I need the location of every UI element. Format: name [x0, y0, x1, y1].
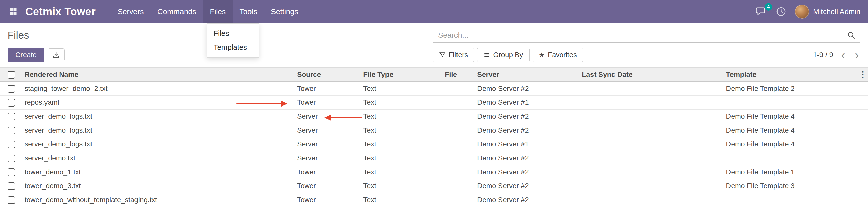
column-file[interactable]: File — [442, 67, 474, 82]
cell-file — [442, 82, 474, 96]
cell-server: Demo Server #1 — [474, 96, 579, 110]
menu-item-commands[interactable]: Commands — [151, 0, 203, 23]
cell-template: Demo File Template 2 — [723, 82, 858, 96]
row-checkbox[interactable] — [8, 196, 15, 204]
cell-file — [442, 193, 474, 207]
chevron-right-icon[interactable]: › — [853, 49, 860, 61]
cell-options — [858, 179, 868, 193]
magnifier-icon[interactable] — [847, 31, 856, 40]
apps-grid-icon — [9, 7, 18, 16]
cell-options — [858, 193, 868, 207]
cell-server: Demo Server #2 — [474, 110, 579, 123]
cell-last-sync-date — [579, 123, 723, 138]
cell-file-type: Text — [360, 151, 442, 165]
cell-file-type: Text — [360, 193, 442, 207]
row-checkbox-cell — [0, 110, 22, 123]
row-checkbox[interactable] — [8, 113, 15, 120]
cell-last-sync-date — [579, 96, 723, 110]
filters-button[interactable]: Filters — [433, 48, 474, 62]
dropdown-item-templates[interactable]: Templates — [207, 40, 258, 54]
cell-server: Demo Server #2 — [474, 179, 579, 193]
chevron-left-icon[interactable]: ‹ — [840, 49, 847, 61]
user-avatar — [795, 5, 809, 19]
cell-file-type: Text — [360, 110, 442, 123]
group-by-button[interactable]: Group By — [477, 48, 529, 62]
activity-button[interactable] — [776, 6, 786, 17]
cell-source: Server — [294, 110, 360, 123]
cell-file — [442, 179, 474, 193]
row-checkbox[interactable] — [8, 141, 15, 148]
cell-rendered-name: tower_demo_without_template_staging.txt — [22, 193, 294, 207]
favorites-button[interactable]: ★ Favorites — [533, 48, 583, 62]
files-dropdown-menu: Files Templates — [207, 23, 259, 58]
cell-rendered-name: repos.yaml — [22, 96, 294, 110]
row-checkbox-cell — [0, 151, 22, 165]
column-server[interactable]: Server — [474, 67, 579, 82]
row-checkbox[interactable] — [8, 182, 15, 190]
cell-last-sync-date — [579, 165, 723, 179]
cell-source: Tower — [294, 96, 360, 110]
menu-item-tools[interactable]: Tools — [232, 0, 264, 23]
cell-rendered-name: server_demo_logs.txt — [22, 110, 294, 123]
table-row[interactable]: server_demo_logs.txt Server Text Demo Se… — [0, 123, 868, 138]
group-by-label: Group By — [493, 51, 523, 59]
column-last-sync-date[interactable]: Last Sync Date — [579, 67, 723, 82]
table-row[interactable]: tower_demo_3.txt Tower Text Demo Server … — [0, 179, 868, 193]
cell-last-sync-date — [579, 179, 723, 193]
create-button[interactable]: Create — [8, 48, 44, 62]
user-menu[interactable]: Mitchell Admin — [795, 5, 860, 19]
cell-template: Demo File Template 4 — [723, 123, 858, 138]
column-rendered-name[interactable]: Rendered Name — [22, 67, 294, 82]
messages-button[interactable]: 4 — [756, 7, 767, 17]
cell-source: Tower — [294, 179, 360, 193]
cell-file-type: Text — [360, 179, 442, 193]
export-button[interactable] — [48, 48, 65, 61]
user-name: Mitchell Admin — [813, 8, 860, 16]
search-input[interactable] — [433, 28, 860, 42]
download-tray-icon — [52, 51, 60, 59]
row-checkbox[interactable] — [8, 127, 15, 134]
table-row[interactable]: staging_tower_demo_2.txt Tower Text Demo… — [0, 82, 868, 96]
column-template[interactable]: Template — [723, 67, 858, 82]
row-checkbox[interactable] — [8, 85, 15, 93]
menu-item-servers[interactable]: Servers — [111, 0, 150, 23]
app-title: Cetmix Tower — [25, 6, 96, 18]
kebab-vertical-icon[interactable]: ⋮ — [859, 69, 867, 79]
table-row[interactable]: server_demo.txt Server Text Demo Server … — [0, 151, 868, 165]
favorites-label: Favorites — [548, 51, 577, 59]
table-row[interactable]: repos.yaml Tower Text Demo Server #1 — [0, 96, 868, 110]
column-file-type[interactable]: File Type — [360, 67, 442, 82]
menu-item-settings[interactable]: Settings — [264, 0, 305, 23]
cell-server: Demo Server #1 — [474, 138, 579, 151]
cell-template — [723, 151, 858, 165]
table-row[interactable]: tower_demo_without_template_staging.txt … — [0, 193, 868, 207]
table-row[interactable]: server_demo_logs.txt Server Text Demo Se… — [0, 138, 868, 151]
dropdown-item-files[interactable]: Files — [207, 27, 258, 40]
row-checkbox[interactable] — [8, 155, 15, 162]
cell-rendered-name: server_demo_logs.txt — [22, 138, 294, 151]
systray: 4 Mitchell Admin — [756, 5, 860, 19]
cell-options — [858, 151, 868, 165]
top-navbar: Cetmix Tower Servers Commands Files Tool… — [0, 0, 868, 23]
cell-file-type: Text — [360, 138, 442, 151]
row-checkbox[interactable] — [8, 99, 15, 107]
table-row[interactable]: tower_demo_1.txt Tower Text Demo Server … — [0, 165, 868, 179]
files-list-table: Rendered Name Source File Type File Serv… — [0, 67, 868, 207]
cell-rendered-name: staging_tower_demo_2.txt — [22, 82, 294, 96]
column-source[interactable]: Source — [294, 67, 360, 82]
cell-rendered-name: tower_demo_3.txt — [22, 179, 294, 193]
column-options-cell: ⋮ — [858, 67, 868, 82]
cell-rendered-name: tower_demo_1.txt — [22, 165, 294, 179]
table-row[interactable]: server_demo_logs.txt Server Text Demo Se… — [0, 110, 868, 123]
cell-options — [858, 138, 868, 151]
cell-file — [442, 151, 474, 165]
cell-source: Server — [294, 138, 360, 151]
cell-last-sync-date — [579, 193, 723, 207]
pager: 1-9 / 9 ‹ › — [813, 49, 860, 61]
select-all-cell — [0, 67, 22, 82]
menu-item-files[interactable]: Files — [203, 0, 232, 23]
apps-menu-button[interactable] — [8, 6, 19, 17]
select-all-checkbox[interactable] — [8, 71, 15, 79]
row-checkbox[interactable] — [8, 169, 15, 176]
messages-badge: 4 — [765, 3, 772, 11]
